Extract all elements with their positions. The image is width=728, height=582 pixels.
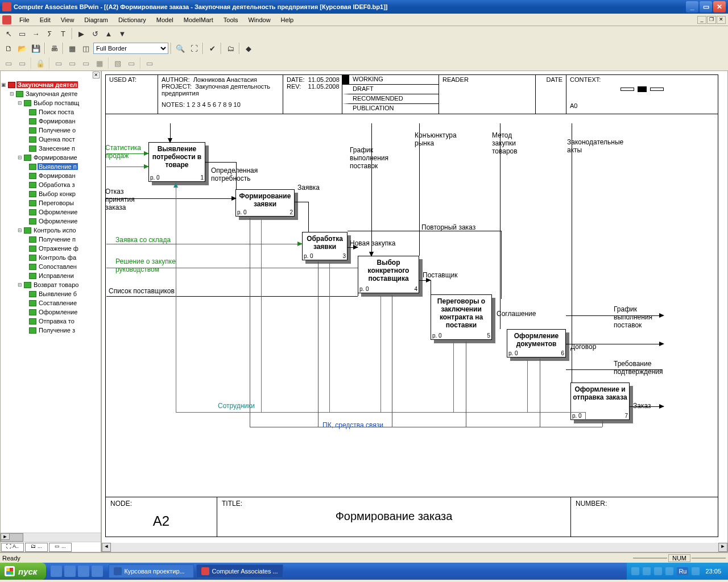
tree-item[interactable]: ⊟Закупочная деяте: [1, 89, 101, 98]
tree-item[interactable]: Составление: [1, 298, 101, 307]
explorer-tab-diag[interactable]: 🗂 ...: [25, 543, 48, 552]
ql-item[interactable]: [78, 566, 89, 577]
activity-3[interactable]: Обработка заявки p. 03: [302, 232, 348, 260]
color-button[interactable]: ◫: [80, 42, 92, 55]
activity-1[interactable]: Выявление потребности в товаре p. 01: [148, 142, 205, 182]
mm-btn-4[interactable]: ▭: [66, 57, 78, 69]
up-tool[interactable]: ▲: [102, 27, 115, 40]
spell-check-button[interactable]: ✔: [206, 42, 218, 55]
tree-item[interactable]: Формирован: [1, 171, 101, 180]
taskbar-item-word[interactable]: Курсовая проектир...: [109, 564, 194, 578]
tree-item[interactable]: Выявление б: [1, 289, 101, 298]
tree-item[interactable]: Отражение ф: [1, 244, 101, 253]
tree-item[interactable]: ⊟Выбор поставщ: [1, 98, 101, 107]
tree-item[interactable]: Сопоставлен: [1, 262, 101, 271]
tree-item[interactable]: Обработка з: [1, 180, 101, 189]
mm-lock-button[interactable]: 🔒: [34, 57, 47, 69]
tree-item[interactable]: Оценка пост: [1, 135, 101, 144]
mm-grid-button[interactable]: ▦: [93, 57, 106, 69]
mm-btn-5[interactable]: ▭: [80, 57, 92, 69]
tree-item[interactable]: Выбор конкр: [1, 189, 101, 198]
menu-tools[interactable]: Tools: [219, 15, 243, 24]
close-button[interactable]: ✕: [713, 1, 726, 13]
tree-item[interactable]: Оформление: [1, 207, 101, 217]
mdi-restore[interactable]: ❐: [707, 16, 716, 24]
menu-modelmart[interactable]: ModelMart: [179, 15, 218, 24]
tree-item-selected[interactable]: Выявление п: [1, 162, 101, 171]
diagram-canvas[interactable]: USED AT: AUTHOR: Ложникова Анастасия PRO…: [101, 70, 728, 552]
menu-view[interactable]: View: [56, 15, 79, 24]
mdi-minimize[interactable]: _: [697, 16, 706, 24]
tray-icon[interactable]: [631, 567, 639, 575]
zoom-fit-button[interactable]: ⛶: [188, 42, 200, 55]
new-button[interactable]: 🗋: [2, 42, 15, 55]
tray-icon[interactable]: [643, 567, 651, 575]
canvas-h-scrollbar[interactable]: ◄►: [102, 543, 727, 552]
menu-diagram[interactable]: Diagram: [80, 15, 113, 24]
activity-7[interactable]: Оформление и отправка заказа p. 07: [570, 383, 630, 420]
ql-item[interactable]: [64, 566, 76, 577]
tray-icon[interactable]: [692, 567, 700, 575]
activity-5[interactable]: Переговоры о заключении контракта на пос…: [431, 294, 492, 340]
tree-body[interactable]: ▣Закупочная деятел ⊟Закупочная деяте ⊟Вы…: [1, 79, 101, 533]
tree-item[interactable]: Переговоры: [1, 198, 101, 207]
tree-item[interactable]: Оформление: [1, 307, 101, 317]
print-button[interactable]: 🖶: [48, 42, 60, 55]
ql-item[interactable]: [92, 566, 103, 577]
mm-btn-7[interactable]: ▭: [125, 57, 138, 69]
minimize-button[interactable]: _: [686, 1, 698, 13]
start-button[interactable]: пуск: [0, 563, 46, 580]
tree-h-scrollbar[interactable]: ◄►: [1, 533, 101, 542]
tree-root[interactable]: ▣Закупочная деятел: [1, 80, 101, 89]
zoom-in-button[interactable]: 🔍: [174, 42, 187, 55]
explorer-tab-acti[interactable]: ⛶ A..: [1, 543, 24, 552]
tree-item[interactable]: Оформление: [1, 217, 101, 226]
explorer-close-button[interactable]: ✕: [93, 72, 100, 78]
clock[interactable]: 23:05: [703, 568, 723, 575]
menu-edit[interactable]: Edit: [35, 15, 55, 24]
tree-item[interactable]: Получение з: [1, 326, 101, 335]
text-tool[interactable]: T: [57, 27, 69, 40]
tree-item[interactable]: Получение п: [1, 235, 101, 244]
play-tool[interactable]: ▶: [75, 27, 88, 40]
mm-btn-1[interactable]: ▭: [2, 57, 15, 69]
undo-tool[interactable]: ↺: [89, 27, 101, 40]
taskbar-item-bpwin[interactable]: Computer Associates ...: [196, 564, 283, 578]
tree-item[interactable]: Получение о: [1, 126, 101, 135]
tree-item[interactable]: ⊟Формирование: [1, 153, 101, 162]
tree-item[interactable]: Занесение п: [1, 144, 101, 153]
pointer-tool[interactable]: ↖: [2, 27, 15, 40]
tree-item[interactable]: Поиск поста: [1, 107, 101, 117]
mm-btn-2[interactable]: ▭: [16, 57, 28, 69]
activity-6[interactable]: Оформление документов p. 06: [507, 329, 566, 357]
tray-icon[interactable]: [654, 567, 662, 575]
tree-item[interactable]: ⊟Контроль испо: [1, 226, 101, 235]
squiggle-tool[interactable]: ⵢ: [43, 27, 56, 40]
tree-item[interactable]: ⊟Возврат товаро: [1, 280, 101, 289]
maximize-button[interactable]: ▭: [700, 1, 712, 13]
tree-item[interactable]: Контроль фа: [1, 253, 101, 262]
mm-btn-3[interactable]: ▭: [52, 57, 65, 69]
model-explorer-button[interactable]: 🗂: [224, 42, 237, 55]
modelmart-button[interactable]: ◆: [242, 42, 255, 55]
explorer-tab-obj[interactable]: ▭ ...: [49, 543, 72, 552]
menu-help[interactable]: Help: [276, 15, 299, 24]
palette-button[interactable]: ▦: [66, 42, 78, 55]
tree-item[interactable]: Формирован: [1, 117, 101, 126]
menu-window[interactable]: Window: [243, 15, 275, 24]
down-tool[interactable]: ▼: [116, 27, 129, 40]
activity-2[interactable]: Формирование заявки p. 02: [235, 189, 295, 217]
open-button[interactable]: 📂: [16, 42, 28, 55]
ql-item[interactable]: [51, 566, 62, 577]
activity-box-tool[interactable]: ▭: [16, 27, 28, 40]
border-select[interactable]: Full Border: [93, 43, 168, 54]
tree-item[interactable]: Исправлени: [1, 271, 101, 280]
menu-model[interactable]: Model: [152, 15, 178, 24]
language-indicator[interactable]: Ru: [677, 567, 688, 575]
menu-dictionary[interactable]: Dictionary: [114, 15, 151, 24]
menu-file[interactable]: File: [15, 15, 34, 24]
activity-4[interactable]: Выбор конкретного поставщика p. 04: [358, 256, 419, 293]
save-button[interactable]: 💾: [30, 42, 42, 55]
mm-btn-8[interactable]: ▭: [143, 57, 156, 69]
tree-item[interactable]: Отправка то: [1, 317, 101, 326]
